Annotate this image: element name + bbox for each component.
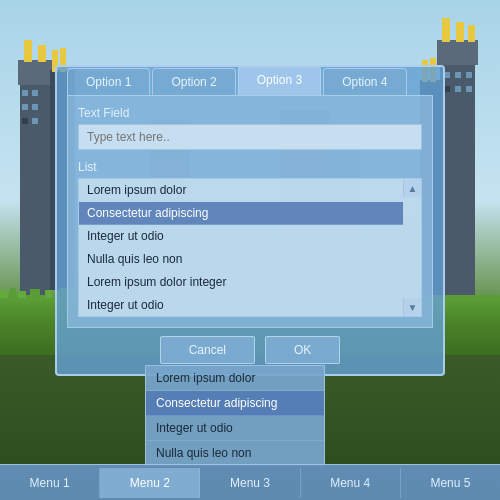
dropdown-item[interactable]: Integer ut odio <box>146 416 324 441</box>
dialog-tabs: Option 1 Option 2 Option 3 Option 4 <box>57 66 443 95</box>
list-item[interactable]: Nulla quis leo non <box>79 248 403 271</box>
tab-option3[interactable]: Option 3 <box>238 66 321 95</box>
dropdown-menu: Lorem ipsum dolor Consectetur adipiscing… <box>145 365 325 466</box>
list-scroll-down-button[interactable]: ▼ <box>403 298 421 316</box>
menu-item-3[interactable]: Menu 3 <box>200 468 300 498</box>
menu-item-4[interactable]: Menu 4 <box>301 468 401 498</box>
text-field-label: Text Field <box>78 106 422 120</box>
menu-item-2[interactable]: Menu 2 <box>100 468 200 498</box>
list-label: List <box>78 160 422 174</box>
ok-button[interactable]: OK <box>265 336 340 364</box>
list-container: ▲ Lorem ipsum dolor Consectetur adipisci… <box>78 178 422 317</box>
list-scroll-up-button[interactable]: ▲ <box>403 179 421 197</box>
tab-option4[interactable]: Option 4 <box>323 68 406 95</box>
list-items: Lorem ipsum dolor Consectetur adipiscing… <box>79 179 403 316</box>
cancel-button[interactable]: Cancel <box>160 336 255 364</box>
menu-item-5[interactable]: Menu 5 <box>401 468 500 498</box>
main-dialog: Option 1 Option 2 Option 3 Option 4 Text… <box>55 65 445 376</box>
text-field-input[interactable] <box>78 124 422 150</box>
list-item[interactable]: Lorem ipsum dolor <box>79 179 403 202</box>
list-item[interactable]: Integer ut odio <box>79 225 403 248</box>
dialog-buttons: Cancel OK <box>67 336 433 364</box>
menu-item-1[interactable]: Menu 1 <box>0 468 100 498</box>
list-item[interactable]: Lorem ipsum dolor integer <box>79 271 403 294</box>
dropdown-item[interactable]: Nulla quis leo non <box>146 441 324 465</box>
dialog-body: Text Field List ▲ Lorem ipsum dolor Cons… <box>67 95 433 328</box>
list-item[interactable]: Consectetur adipiscing <box>79 202 403 225</box>
dropdown-item[interactable]: Consectetur adipiscing <box>146 391 324 416</box>
list-item[interactable]: Integer ut odio <box>79 294 403 316</box>
dropdown-item[interactable]: Lorem ipsum dolor <box>146 366 324 391</box>
tab-option2[interactable]: Option 2 <box>152 68 235 95</box>
menubar: Menu 1 Menu 2 Menu 3 Menu 4 Menu 5 <box>0 464 500 500</box>
tab-option1[interactable]: Option 1 <box>67 68 150 95</box>
